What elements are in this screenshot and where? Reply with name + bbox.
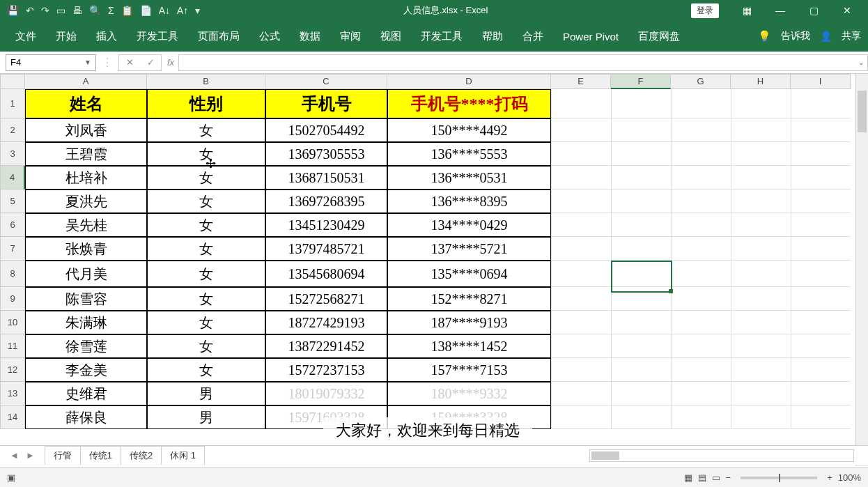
cell-name[interactable]: 夏洪先 — [25, 190, 147, 213]
cell-gender[interactable]: 女 — [147, 334, 265, 358]
maximize-icon[interactable]: ▢ — [798, 1, 829, 20]
cell-name[interactable]: 代月美 — [25, 261, 147, 287]
cell[interactable] — [611, 89, 671, 118]
cell-name[interactable]: 吴先桂 — [25, 213, 147, 237]
cell[interactable] — [671, 287, 731, 311]
select-all-button[interactable] — [0, 74, 25, 89]
tab-help[interactable]: 帮助 — [474, 24, 511, 49]
row-header-14[interactable]: 14 — [0, 405, 25, 429]
cell[interactable] — [671, 237, 731, 261]
name-box[interactable]: F4 ▼ — [6, 54, 96, 71]
login-button[interactable]: 登录 — [691, 3, 719, 18]
cell-name[interactable]: 陈雪容 — [25, 287, 147, 311]
cell[interactable] — [611, 334, 671, 358]
cell[interactable] — [551, 166, 611, 190]
cell[interactable] — [731, 118, 791, 142]
col-header-C[interactable]: C — [265, 74, 387, 89]
cell[interactable] — [671, 382, 731, 405]
sheet-tab[interactable]: 传统2 — [121, 446, 162, 465]
cell[interactable] — [791, 237, 851, 261]
cell-gender[interactable]: 女 — [147, 190, 265, 213]
zoom-out-icon[interactable]: − — [726, 472, 731, 483]
horizontal-scrollbar[interactable] — [589, 449, 854, 462]
row-header-11[interactable]: 11 — [0, 334, 25, 358]
cell[interactable] — [611, 382, 671, 405]
col-header-F[interactable]: F — [611, 74, 671, 89]
cell-phone[interactable]: 13697268395 — [265, 190, 387, 213]
row-header-5[interactable]: 5 — [0, 190, 25, 213]
sheet-tab[interactable]: 行管 — [45, 446, 81, 465]
cell-phone-masked[interactable]: 137****5721 — [387, 237, 551, 261]
cell[interactable] — [551, 287, 611, 311]
sheet-prev-icon[interactable]: ◄ — [10, 450, 19, 461]
cell[interactable] — [671, 190, 731, 213]
row-header-6[interactable]: 6 — [0, 213, 25, 237]
tab-insert[interactable]: 插入 — [88, 24, 125, 49]
row-header-3[interactable]: 3 — [0, 142, 25, 166]
cell[interactable] — [611, 287, 671, 311]
zoom-in-icon[interactable]: + — [827, 472, 832, 483]
cell[interactable] — [671, 334, 731, 358]
cell[interactable] — [551, 334, 611, 358]
cell-gender[interactable]: 女 — [147, 237, 265, 261]
cell[interactable] — [791, 142, 851, 166]
col-header-E[interactable]: E — [551, 74, 611, 89]
cell[interactable] — [551, 358, 611, 382]
cell-phone[interactable]: 15727237153 — [265, 358, 387, 382]
row-header-9[interactable]: 9 — [0, 287, 25, 311]
col-header-I[interactable]: I — [791, 74, 851, 89]
col-header-A[interactable]: A — [25, 74, 147, 89]
cell-phone-masked[interactable]: 150****4492 — [387, 118, 551, 142]
cell-gender[interactable]: 男 — [147, 405, 265, 429]
header-phone-masked[interactable]: 手机号****打码 — [387, 89, 551, 118]
cell[interactable] — [551, 311, 611, 334]
row-header-8[interactable]: 8 — [0, 261, 25, 287]
record-macro-icon[interactable]: ▣ — [7, 472, 15, 483]
cell-phone[interactable]: 15272568271 — [265, 287, 387, 311]
tab-data[interactable]: 数据 — [291, 24, 329, 49]
cell[interactable] — [611, 311, 671, 334]
cell-phone[interactable]: 13451230429 — [265, 213, 387, 237]
cell[interactable] — [671, 89, 731, 118]
ribbon-options-icon[interactable]: ▦ — [731, 1, 762, 20]
cell[interactable] — [731, 382, 791, 405]
qat-icon[interactable]: 📄 — [140, 5, 152, 16]
cell[interactable] — [731, 142, 791, 166]
undo-icon[interactable]: ↶ — [26, 5, 34, 16]
cell[interactable] — [671, 405, 731, 429]
share-button[interactable]: 共享 — [842, 30, 861, 42]
tab-file[interactable]: 文件 — [7, 24, 45, 49]
cell[interactable] — [791, 358, 851, 382]
cell[interactable] — [731, 237, 791, 261]
cell[interactable] — [551, 261, 611, 287]
cell-phone-masked[interactable]: 157****7153 — [387, 358, 551, 382]
cell-gender[interactable]: 女 — [147, 213, 265, 237]
cell[interactable] — [671, 213, 731, 237]
save-icon[interactable]: 💾 — [7, 5, 19, 16]
cell-phone-masked[interactable]: 136****0531 — [387, 166, 551, 190]
fx-label[interactable]: fx — [167, 57, 174, 68]
cell[interactable] — [551, 142, 611, 166]
row-header-12[interactable]: 12 — [0, 358, 25, 382]
sheet-tab[interactable]: 休闲 1 — [161, 446, 205, 465]
cell[interactable] — [791, 213, 851, 237]
row-header-7[interactable]: 7 — [0, 237, 25, 261]
cell[interactable] — [671, 358, 731, 382]
cell[interactable] — [611, 213, 671, 237]
cell[interactable] — [671, 142, 731, 166]
cell[interactable] — [671, 118, 731, 142]
cell[interactable] — [551, 405, 611, 429]
cell[interactable] — [551, 118, 611, 142]
cell-phone[interactable]: 13797485721 — [265, 237, 387, 261]
cell[interactable] — [731, 261, 791, 287]
cell-gender[interactable]: 女 — [147, 166, 265, 190]
cell[interactable] — [611, 166, 671, 190]
expand-formula-icon[interactable]: ⌄ — [854, 54, 868, 71]
zoom-level[interactable]: 100% — [838, 472, 861, 483]
redo-icon[interactable]: ↷ — [41, 5, 49, 16]
cell-name[interactable]: 徐雪莲 — [25, 334, 147, 358]
sheet-next-icon[interactable]: ► — [26, 450, 35, 461]
cell[interactable] — [791, 311, 851, 334]
cell-name[interactable]: 朱满琳 — [25, 311, 147, 334]
cell[interactable] — [791, 118, 851, 142]
